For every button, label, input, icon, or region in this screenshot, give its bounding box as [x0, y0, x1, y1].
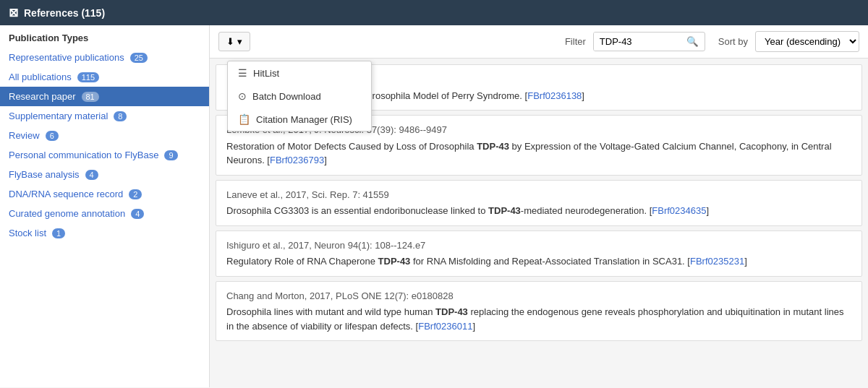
sidebar-item-supplementary[interactable]: Supplementary material 8 [0, 106, 209, 126]
sidebar-item-label: FlyBase analysis [9, 169, 80, 180]
sidebar: Publication Types Representative publica… [0, 25, 210, 387]
sidebar-item-personal[interactable]: Personal communication to FlyBase 9 [0, 145, 209, 165]
search-icon: 🔍 [686, 36, 699, 47]
result-title-4: Regulatory Role of RNA Chaperone TDP-43 … [226, 254, 851, 269]
sidebar-item-stock[interactable]: Stock list 1 [0, 223, 209, 243]
bold-term: TDP-43 [378, 256, 411, 267]
download-icon: ⬇ [226, 36, 234, 47]
ref-link-5[interactable]: FBrf0236011 [418, 321, 472, 332]
bold-term: TDP-43 [488, 205, 521, 216]
sidebar-title: Publication Types [0, 25, 209, 48]
batch-icon: ⊙ [238, 90, 247, 102]
bold-term: TDP-43 [435, 306, 468, 317]
result-title-5: Drosophila lines with mutant and wild ty… [226, 305, 851, 333]
result-meta-3: Laneve et al., 2017, Sci. Rep. 7: 41559 [226, 188, 851, 202]
menu-item-batch[interactable]: ⊙ Batch Download [228, 85, 371, 108]
sidebar-badge-supplementary: 8 [114, 111, 127, 121]
sidebar-item-curated[interactable]: Curated genome annotation 4 [0, 204, 209, 223]
ref-link-2[interactable]: FBrf0236793 [270, 155, 324, 165]
sidebar-item-label: Supplementary material [9, 111, 108, 121]
menu-item-citation[interactable]: 📋 Citation Manager (RIS) [228, 108, 371, 131]
sidebar-badge-all: 115 [77, 72, 99, 82]
menu-item-hitlist[interactable]: ☰ HitList [228, 61, 371, 85]
action-dropdown-button[interactable]: ⬇ ▾ [218, 32, 250, 51]
action-dropdown-container: ⬇ ▾ ☰ HitList ⊙ Batch Download 📋 C [218, 32, 250, 51]
sidebar-item-dna[interactable]: DNA/RNA sequence record 2 [0, 184, 209, 204]
filter-search-button[interactable]: 🔍 [681, 33, 705, 51]
sidebar-item-all[interactable]: All publications 115 [0, 67, 209, 87]
filter-input[interactable] [594, 33, 681, 51]
toolbar: ⬇ ▾ ☰ HitList ⊙ Batch Download 📋 C [210, 25, 868, 59]
dropdown-menu: ☰ HitList ⊙ Batch Download 📋 Citation Ma… [227, 61, 372, 132]
content-area: ⬇ ▾ ☰ HitList ⊙ Batch Download 📋 C [210, 25, 868, 387]
sort-select[interactable]: Year (descending) Year (ascending) Autho… [755, 31, 859, 52]
header-title: References (115) [24, 7, 105, 19]
sidebar-badge-representative: 25 [130, 53, 148, 63]
result-title-3: Drosophila CG3303 is an essential endori… [226, 204, 851, 218]
sidebar-item-flybase[interactable]: FlyBase analysis 4 [0, 165, 209, 184]
citation-icon: 📋 [238, 113, 250, 125]
sidebar-badge-research: 81 [82, 92, 99, 102]
sidebar-badge-personal: 9 [164, 150, 177, 160]
sidebar-item-research[interactable]: Research paper 81 [0, 87, 209, 106]
sidebar-badge-curated: 4 [131, 209, 144, 219]
menu-item-hitlist-label: HitList [253, 68, 279, 79]
sidebar-item-label: Research paper [9, 91, 76, 102]
sidebar-item-review[interactable]: Review 6 [0, 126, 209, 145]
header-icon: ⊠ [9, 6, 18, 20]
sort-label: Sort by [718, 36, 748, 47]
sidebar-item-label: Stock list [9, 228, 46, 238]
result-card-4: Ishiguro et al., 2017, Neuron 94(1): 108… [216, 230, 862, 277]
sidebar-item-label: Personal communication to FlyBase [9, 150, 158, 160]
hitlist-icon: ☰ [238, 67, 247, 79]
main-layout: Publication Types Representative publica… [0, 25, 868, 387]
result-meta-4: Ishiguro et al., 2017, Neuron 94(1): 108… [226, 238, 851, 253]
sidebar-badge-flybase: 4 [85, 170, 98, 180]
page-header: ⊠ References (115) [0, 0, 868, 25]
sidebar-item-label: All publications [9, 72, 72, 82]
filter-label: Filter [565, 36, 586, 47]
sidebar-item-label: Representative publications [9, 52, 124, 63]
result-title-2: Restoration of Motor Defects Caused by L… [226, 139, 851, 168]
result-meta-5: Chang and Morton, 2017, PLoS ONE 12(7): … [226, 289, 851, 303]
menu-item-batch-label: Batch Download [252, 91, 321, 102]
bold-term: TDP-43 [477, 141, 509, 152]
ref-link-4[interactable]: FBrf0235231 [690, 256, 744, 267]
sidebar-item-label: Curated genome annotation [9, 208, 125, 219]
result-card-5: Chang and Morton, 2017, PLoS ONE 12(7): … [216, 281, 862, 342]
ref-link-3[interactable]: FBrf0234635 [652, 205, 706, 216]
ref-link-1[interactable]: FBrf0236138 [527, 90, 582, 101]
menu-item-citation-label: Citation Manager (RIS) [256, 114, 352, 125]
filter-input-wrap: 🔍 [593, 32, 705, 51]
dropdown-arrow-icon: ▾ [237, 36, 242, 47]
sidebar-badge-review: 6 [46, 131, 59, 141]
sidebar-item-label: Review [9, 130, 40, 141]
sidebar-badge-dna: 2 [129, 189, 142, 199]
sidebar-badge-stock: 1 [52, 228, 65, 238]
sidebar-item-representative[interactable]: Representative publications 25 [0, 48, 209, 67]
sidebar-item-label: DNA/RNA sequence record [9, 189, 123, 199]
result-card-3: Laneve et al., 2017, Sci. Rep. 7: 41559 … [216, 180, 862, 226]
